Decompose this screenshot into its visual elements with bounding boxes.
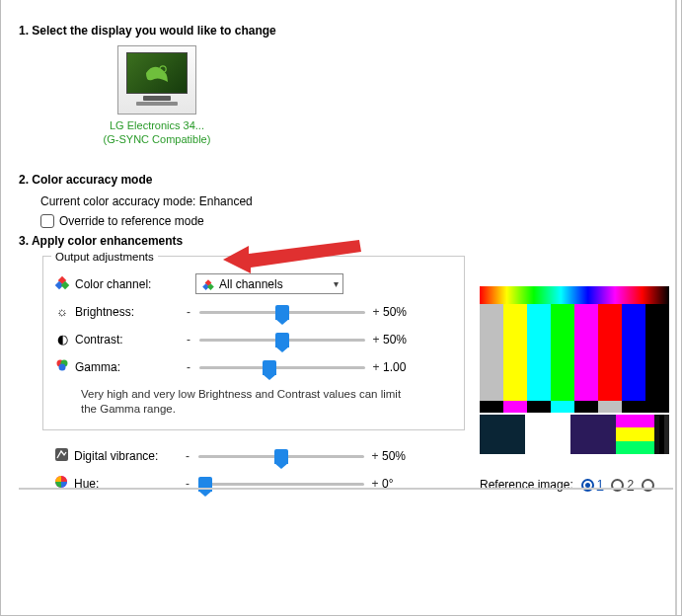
minus-icon: - [182,305,195,319]
minus-icon: - [182,333,195,346]
section-3-title: 3. Apply color enhancements [19,234,663,248]
monitor-subtitle: (G-SYNC Compatible) [78,132,236,146]
contrast-icon: ◐ [53,332,71,346]
override-checkbox[interactable] [40,214,54,228]
contrast-label: Contrast: [75,333,182,346]
chevron-down-icon: ▾ [334,278,339,289]
contrast-slider[interactable] [199,330,365,349]
plus-icon: + [368,449,382,463]
minus-icon: - [182,360,195,374]
reference-image-3[interactable] [642,479,654,492]
section-1-title: 1. Select the display you would like to … [19,24,663,38]
minus-icon: - [181,449,194,463]
monitor-icon [117,45,196,115]
current-accuracy-mode: Current color accuracy mode: Enhanced [40,194,663,208]
svg-rect-4 [55,448,68,461]
group-legend: Output adjustments [51,251,158,263]
vibrance-slider[interactable] [198,446,364,466]
override-label: Override to reference mode [59,214,204,228]
vibrance-value: 50% [382,449,425,463]
gamma-note: Very high and very low Brightness and Co… [81,387,417,418]
radio-icon [611,479,624,492]
contrast-value: 50% [383,333,426,346]
channel-label: Color channel: [75,277,182,291]
channel-value: All channels [219,277,283,291]
brightness-icon: ☼ [53,304,71,319]
plus-icon: + [369,360,383,374]
monitor-name: LG Electronics 34... [78,118,236,132]
gamma-label: Gamma: [75,360,182,374]
reference-preview: Reference image: 1 2 [480,286,669,492]
minus-icon: - [181,477,194,491]
gamma-slider[interactable] [199,357,365,377]
section-2-title: 2. Color accuracy mode [19,173,663,187]
hue-label: Hue: [74,477,181,491]
plus-icon: + [368,477,382,491]
reference-image-label: Reference image: [480,478,573,492]
brightness-label: Brightness: [75,305,182,319]
reference-image-2[interactable]: 2 [611,478,634,492]
gamma-icon [53,358,71,375]
gamma-value: 1.00 [383,360,426,374]
plus-icon: + [369,305,383,319]
hue-value: 0° [382,477,425,491]
brightness-value: 50% [383,305,426,319]
hue-slider[interactable] [198,474,364,494]
plus-icon: + [369,333,383,346]
channel-icon [53,276,71,291]
output-adjustments-group: Output adjustments Color channel: [42,256,465,430]
radio-icon [581,479,594,492]
color-channel-select[interactable]: All channels ▾ [195,273,343,294]
vibrance-icon [52,447,70,465]
brightness-slider[interactable] [199,302,365,322]
hue-icon [52,475,70,492]
reference-image-1[interactable]: 1 [581,478,604,492]
svg-point-3 [59,364,66,371]
display-thumbnail[interactable]: LG Electronics 34... (G-SYNC Compatible) [78,45,236,147]
vibrance-label: Digital vibrance: [74,449,181,463]
